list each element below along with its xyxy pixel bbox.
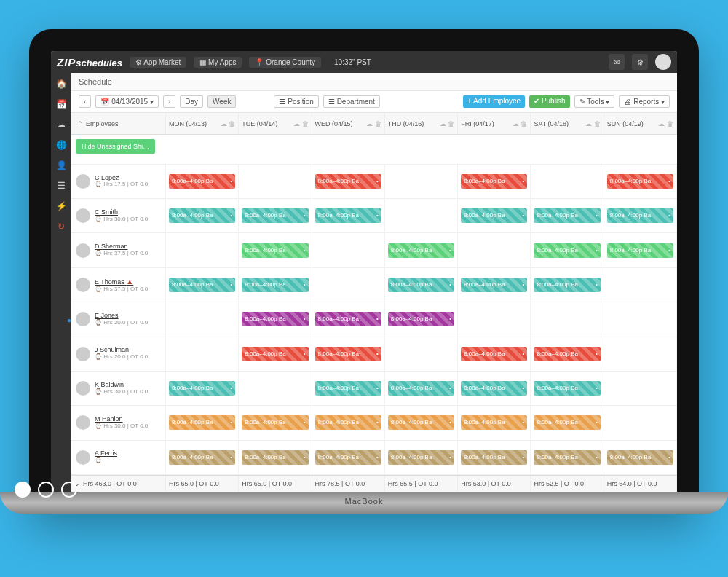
employee-cell[interactable]: ● E Jones ⌚ Hrs 20.0 | OT 0.0 (71, 302, 166, 337)
shift-cell[interactable]: 8:00a–4:00p Ba (166, 165, 239, 199)
shift-block[interactable]: 8:00a–4:00p Ba (242, 208, 308, 223)
sidebar-list-icon[interactable]: ☰ (58, 181, 66, 191)
hide-unassigned-button[interactable]: Hide Unassigned Shi… (76, 139, 155, 154)
shift-cell[interactable]: 8:00a–4:00p Ba (166, 441, 239, 475)
shift-cell[interactable]: 8:00a–4:00p Ba (239, 233, 312, 267)
shift-block[interactable]: 8:00a–4:00p Ba (607, 174, 673, 189)
shift-cell[interactable]: 8:00a–4:00p Ba (458, 406, 531, 440)
reports-button[interactable]: 🖨 Reports ▾ (619, 95, 670, 108)
empty-cell[interactable] (385, 165, 458, 199)
sidebar-bolt-icon[interactable]: ⚡ (56, 201, 67, 211)
day-header[interactable]: SAT (04/18)☁ 🗑 (531, 113, 604, 135)
pager-dots[interactable] (15, 482, 77, 498)
position-button[interactable]: ☰ Position (274, 95, 318, 108)
employee-cell[interactable]: D Sherman ⌚ Hrs 37.5 | OT 0.0 (71, 233, 166, 267)
day-header[interactable]: SUN (04/19)☁ 🗑 (604, 113, 677, 135)
empty-cell[interactable] (458, 302, 531, 337)
empty-cell[interactable] (604, 337, 677, 372)
shift-block[interactable]: 8:00a–4:00p Ba (534, 415, 600, 430)
shift-block[interactable]: 8:00a–4:00p Ba (242, 312, 308, 326)
shift-block[interactable]: 8:00a–4:00p Ba (169, 174, 235, 189)
day-header[interactable]: MON (04/13)☁ 🗑 (166, 113, 239, 135)
empty-cell[interactable] (604, 406, 677, 440)
shift-block[interactable]: 8:00a–4:00p Ba (534, 243, 600, 258)
shift-cell[interactable]: 8:00a–4:00p Ba (458, 441, 531, 475)
add-employee-button[interactable]: + Add Employee (463, 95, 525, 108)
sidebar-calendar-icon[interactable]: 📅 (56, 99, 67, 109)
shift-cell[interactable]: 8:00a–4:00p Ba (531, 372, 604, 406)
shift-cell[interactable]: 8:00a–4:00p Ba (458, 199, 531, 233)
day-header[interactable]: THU (04/16)☁ 🗑 (385, 113, 458, 135)
empty-cell[interactable] (312, 268, 385, 302)
empty-cell[interactable] (166, 337, 239, 372)
shift-cell[interactable]: 8:00a–4:00p Ba (531, 406, 604, 440)
shift-block[interactable]: 8:00a–4:00p Ba (388, 243, 454, 258)
app-market-button[interactable]: ⚙ App Market (130, 57, 186, 68)
shift-block[interactable]: 8:00a–4:00p Ba (315, 381, 381, 396)
shift-block[interactable]: 8:00a–4:00p Ba (388, 450, 454, 465)
shift-block[interactable]: 8:00a–4:00p Ba (388, 381, 454, 396)
shift-block[interactable]: 8:00a–4:00p Ba (534, 450, 600, 465)
shift-block[interactable]: 8:00a–4:00p Ba (534, 208, 600, 223)
employee-cell[interactable]: K Baldwin ⌚ Hrs 30.0 | OT 0.0 (71, 372, 166, 406)
day-header[interactable]: FRI (04/17)☁ 🗑 (458, 113, 531, 135)
day-header[interactable]: WED (04/15)☁ 🗑 (312, 113, 385, 135)
shift-block[interactable]: 8:00a–4:00p Ba (607, 450, 673, 465)
employee-cell[interactable]: M Hanlon ⌚ Hrs 30.0 | OT 0.0 (71, 406, 166, 440)
shift-cell[interactable]: 8:00a–4:00p Ba (385, 372, 458, 406)
day-header[interactable]: TUE (04/14)☁ 🗑 (239, 113, 312, 135)
shift-block[interactable]: 8:00a–4:00p Ba (242, 243, 308, 258)
shift-cell[interactable]: 8:00a–4:00p Ba (239, 406, 312, 440)
shift-block[interactable]: 8:00a–4:00p Ba (388, 312, 454, 326)
shift-cell[interactable]: 8:00a–4:00p Ba (604, 441, 677, 475)
next-button[interactable]: › (163, 95, 175, 108)
shift-block[interactable]: 8:00a–4:00p Ba (461, 278, 527, 292)
shift-cell[interactable]: 8:00a–4:00p Ba (312, 441, 385, 475)
shift-block[interactable]: 8:00a–4:00p Ba (461, 450, 527, 465)
shift-cell[interactable]: 8:00a–4:00p Ba (604, 233, 677, 267)
shift-cell[interactable]: 8:00a–4:00p Ba (531, 199, 604, 233)
shift-block[interactable]: 8:00a–4:00p Ba (534, 278, 600, 292)
shift-block[interactable]: 8:00a–4:00p Ba (169, 278, 235, 292)
shift-cell[interactable]: 8:00a–4:00p Ba (239, 268, 312, 302)
shift-cell[interactable]: 8:00a–4:00p Ba (385, 441, 458, 475)
employee-cell[interactable]: C Smith ⌚ Hrs 30.0 | OT 0.0 (71, 199, 166, 233)
shift-cell[interactable]: 8:00a–4:00p Ba (166, 406, 239, 440)
employee-cell[interactable]: E Thomas ▲ ⌚ Hrs 37.5 | OT 0.0 (71, 268, 166, 302)
shift-block[interactable]: 8:00a–4:00p Ba (315, 174, 381, 189)
gear-icon[interactable]: ⚙ (632, 54, 648, 70)
shift-block[interactable]: 8:00a–4:00p Ba (169, 208, 235, 223)
view-week-button[interactable]: Week (207, 95, 236, 108)
shift-block[interactable]: 8:00a–4:00p Ba (169, 415, 235, 430)
department-button[interactable]: ☰ Department (323, 95, 380, 108)
col-header-employees[interactable]: ⌃ Employees (71, 113, 166, 135)
shift-block[interactable]: 8:00a–4:00p Ba (242, 347, 308, 361)
shift-block[interactable]: 8:00a–4:00p Ba (242, 450, 308, 465)
shift-cell[interactable]: 8:00a–4:00p Ba (458, 337, 531, 372)
shift-block[interactable]: 8:00a–4:00p Ba (315, 347, 381, 361)
shift-block[interactable]: 8:00a–4:00p Ba (607, 208, 673, 223)
shift-block[interactable]: 8:00a–4:00p Ba (534, 347, 600, 361)
sidebar-home-icon[interactable]: 🏠 (56, 79, 67, 89)
shift-cell[interactable]: 8:00a–4:00p Ba (531, 233, 604, 267)
shift-cell[interactable]: 8:00a–4:00p Ba (604, 199, 677, 233)
employee-cell[interactable]: J Schulman ⌚ Hrs 20.0 | OT 0.0 (71, 337, 166, 372)
shift-block[interactable]: 8:00a–4:00p Ba (461, 174, 527, 189)
my-apps-button[interactable]: ▦ My Apps (194, 57, 242, 68)
shift-block[interactable]: 8:00a–4:00p Ba (315, 450, 381, 465)
shift-cell[interactable]: 8:00a–4:00p Ba (166, 268, 239, 302)
shift-cell[interactable]: 8:00a–4:00p Ba (458, 268, 531, 302)
shift-cell[interactable]: 8:00a–4:00p Ba (312, 372, 385, 406)
empty-cell[interactable] (239, 372, 312, 406)
shift-cell[interactable]: 8:00a–4:00p Ba (239, 199, 312, 233)
avatar[interactable] (655, 54, 671, 70)
shift-block[interactable]: 8:00a–4:00p Ba (169, 381, 235, 396)
empty-cell[interactable] (531, 165, 604, 199)
shift-block[interactable]: 8:00a–4:00p Ba (388, 278, 454, 292)
shift-cell[interactable]: 8:00a–4:00p Ba (531, 268, 604, 302)
employee-cell[interactable]: C Lopez ⌚ Hrs 17.5 | OT 0.0 (71, 165, 166, 199)
shift-cell[interactable]: 8:00a–4:00p Ba (312, 406, 385, 440)
empty-cell[interactable] (312, 233, 385, 267)
sidebar-refresh-icon[interactable]: ↻ (58, 221, 65, 232)
sidebar-globe-icon[interactable]: 🌐 (56, 140, 67, 150)
